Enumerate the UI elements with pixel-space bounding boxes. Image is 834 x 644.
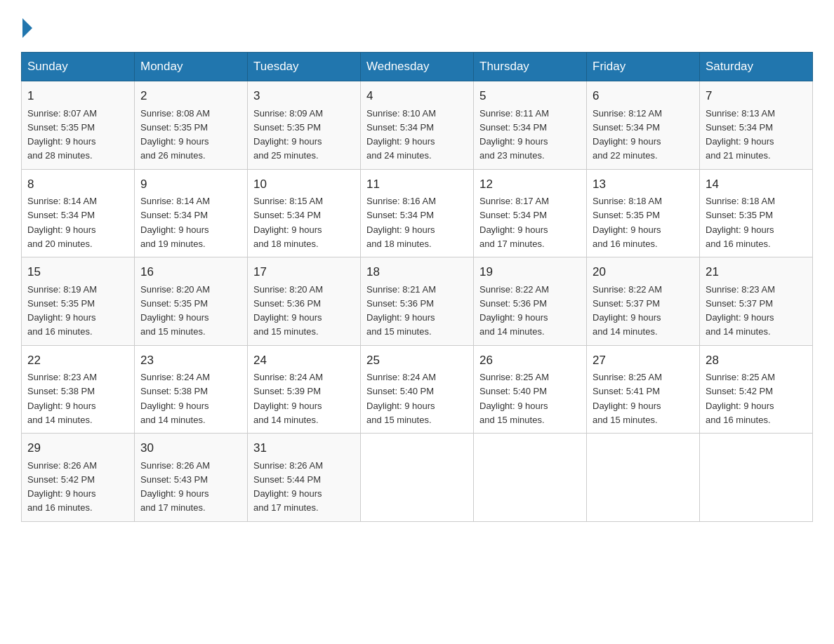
- calendar-cell: 30 Sunrise: 8:26 AMSunset: 5:43 PMDaylig…: [135, 434, 248, 522]
- day-number: 25: [366, 351, 468, 370]
- day-info: Sunrise: 8:26 AMSunset: 5:44 PMDaylight:…: [253, 460, 323, 514]
- calendar-week-1: 1 Sunrise: 8:07 AMSunset: 5:35 PMDayligh…: [22, 81, 813, 170]
- day-info: Sunrise: 8:13 AMSunset: 5:34 PMDaylight:…: [706, 108, 775, 161]
- calendar-cell: 11 Sunrise: 8:16 AMSunset: 5:34 PMDaylig…: [361, 169, 474, 257]
- day-number: 24: [253, 351, 355, 370]
- day-number: 16: [140, 263, 241, 281]
- calendar-cell: 28 Sunrise: 8:25 AMSunset: 5:42 PMDaylig…: [700, 345, 813, 434]
- calendar-cell: 21 Sunrise: 8:23 AMSunset: 5:37 PMDaylig…: [700, 257, 813, 346]
- calendar-cell: 22 Sunrise: 8:23 AMSunset: 5:38 PMDaylig…: [22, 345, 135, 434]
- calendar-week-5: 29 Sunrise: 8:26 AMSunset: 5:42 PMDaylig…: [22, 434, 813, 522]
- day-info: Sunrise: 8:26 AMSunset: 5:42 PMDaylight:…: [27, 460, 97, 514]
- calendar-cell: 8 Sunrise: 8:14 AMSunset: 5:34 PMDayligh…: [22, 169, 135, 257]
- day-info: Sunrise: 8:18 AMSunset: 5:35 PMDaylight:…: [706, 196, 775, 249]
- calendar-cell: 13 Sunrise: 8:18 AMSunset: 5:35 PMDaylig…: [587, 169, 700, 257]
- calendar-week-3: 15 Sunrise: 8:19 AMSunset: 5:35 PMDaylig…: [22, 257, 813, 346]
- calendar-cell: 15 Sunrise: 8:19 AMSunset: 5:35 PMDaylig…: [22, 257, 135, 346]
- day-number: 22: [27, 351, 128, 370]
- day-number: 14: [706, 175, 807, 194]
- day-info: Sunrise: 8:25 AMSunset: 5:41 PMDaylight:…: [593, 372, 662, 425]
- day-info: Sunrise: 8:07 AMSunset: 5:35 PMDaylight:…: [27, 108, 97, 161]
- day-number: 7: [706, 87, 807, 105]
- day-info: Sunrise: 8:22 AMSunset: 5:36 PMDaylight:…: [479, 284, 549, 337]
- calendar-cell: 4 Sunrise: 8:10 AMSunset: 5:34 PMDayligh…: [361, 81, 474, 170]
- logo-arrow-icon: [22, 18, 32, 38]
- day-info: Sunrise: 8:22 AMSunset: 5:37 PMDaylight:…: [593, 284, 662, 337]
- calendar-cell: 18 Sunrise: 8:21 AMSunset: 5:36 PMDaylig…: [361, 257, 474, 346]
- calendar-cell: 3 Sunrise: 8:09 AMSunset: 5:35 PMDayligh…: [248, 81, 361, 170]
- calendar-cell: 12 Sunrise: 8:17 AMSunset: 5:34 PMDaylig…: [474, 169, 587, 257]
- calendar-cell: 5 Sunrise: 8:11 AMSunset: 5:34 PMDayligh…: [474, 81, 587, 170]
- day-number: 5: [479, 87, 581, 105]
- day-number: 30: [140, 439, 241, 457]
- day-info: Sunrise: 8:24 AMSunset: 5:40 PMDaylight:…: [366, 372, 436, 425]
- day-info: Sunrise: 8:18 AMSunset: 5:35 PMDaylight:…: [593, 196, 662, 249]
- calendar-cell: 23 Sunrise: 8:24 AMSunset: 5:38 PMDaylig…: [135, 345, 248, 434]
- day-number: 4: [366, 87, 468, 105]
- day-info: Sunrise: 8:12 AMSunset: 5:34 PMDaylight:…: [593, 108, 662, 161]
- day-number: 2: [140, 87, 241, 105]
- calendar-cell: 29 Sunrise: 8:26 AMSunset: 5:42 PMDaylig…: [22, 434, 135, 522]
- header-wednesday: Wednesday: [361, 53, 474, 81]
- calendar-cell: 19 Sunrise: 8:22 AMSunset: 5:36 PMDaylig…: [474, 257, 587, 346]
- day-number: 31: [253, 439, 355, 457]
- day-info: Sunrise: 8:20 AMSunset: 5:35 PMDaylight:…: [140, 284, 210, 337]
- day-number: 8: [27, 175, 128, 194]
- calendar-cell: 27 Sunrise: 8:25 AMSunset: 5:41 PMDaylig…: [587, 345, 700, 434]
- header-thursday: Thursday: [474, 53, 587, 81]
- calendar-cell: 6 Sunrise: 8:12 AMSunset: 5:34 PMDayligh…: [587, 81, 700, 170]
- header-monday: Monday: [135, 53, 248, 81]
- calendar-week-4: 22 Sunrise: 8:23 AMSunset: 5:38 PMDaylig…: [22, 345, 813, 434]
- page-header: [21, 21, 813, 38]
- calendar-cell: 9 Sunrise: 8:14 AMSunset: 5:34 PMDayligh…: [135, 169, 248, 257]
- day-info: Sunrise: 8:25 AMSunset: 5:40 PMDaylight:…: [479, 372, 549, 425]
- calendar-cell: 2 Sunrise: 8:08 AMSunset: 5:35 PMDayligh…: [135, 81, 248, 170]
- calendar-cell: [700, 434, 813, 522]
- day-info: Sunrise: 8:21 AMSunset: 5:36 PMDaylight:…: [366, 284, 436, 337]
- day-info: Sunrise: 8:15 AMSunset: 5:34 PMDaylight:…: [253, 196, 323, 249]
- day-number: 26: [479, 351, 581, 370]
- calendar-cell: [361, 434, 474, 522]
- header-friday: Friday: [587, 53, 700, 81]
- day-number: 10: [253, 175, 355, 194]
- day-number: 11: [366, 175, 468, 194]
- day-info: Sunrise: 8:14 AMSunset: 5:34 PMDaylight:…: [140, 196, 210, 249]
- day-number: 28: [706, 351, 807, 370]
- header-tuesday: Tuesday: [248, 53, 361, 81]
- day-info: Sunrise: 8:23 AMSunset: 5:37 PMDaylight:…: [706, 284, 775, 337]
- day-info: Sunrise: 8:16 AMSunset: 5:34 PMDaylight:…: [366, 196, 436, 249]
- day-number: 27: [593, 351, 694, 370]
- day-number: 17: [253, 263, 355, 281]
- day-number: 1: [27, 87, 128, 105]
- day-number: 6: [593, 87, 694, 105]
- day-info: Sunrise: 8:10 AMSunset: 5:34 PMDaylight:…: [366, 108, 436, 161]
- day-info: Sunrise: 8:14 AMSunset: 5:34 PMDaylight:…: [27, 196, 97, 249]
- calendar-cell: [587, 434, 700, 522]
- calendar-cell: 17 Sunrise: 8:20 AMSunset: 5:36 PMDaylig…: [248, 257, 361, 346]
- day-info: Sunrise: 8:11 AMSunset: 5:34 PMDaylight:…: [479, 108, 549, 161]
- day-number: 18: [366, 263, 468, 281]
- day-number: 19: [479, 263, 581, 281]
- day-number: 20: [593, 263, 694, 281]
- calendar-cell: 1 Sunrise: 8:07 AMSunset: 5:35 PMDayligh…: [22, 81, 135, 170]
- calendar-cell: 7 Sunrise: 8:13 AMSunset: 5:34 PMDayligh…: [700, 81, 813, 170]
- day-info: Sunrise: 8:20 AMSunset: 5:36 PMDaylight:…: [253, 284, 323, 337]
- header-saturday: Saturday: [700, 53, 813, 81]
- day-number: 23: [140, 351, 241, 370]
- day-number: 15: [27, 263, 128, 281]
- calendar-cell: 14 Sunrise: 8:18 AMSunset: 5:35 PMDaylig…: [700, 169, 813, 257]
- day-info: Sunrise: 8:26 AMSunset: 5:43 PMDaylight:…: [140, 460, 210, 514]
- day-info: Sunrise: 8:17 AMSunset: 5:34 PMDaylight:…: [479, 196, 549, 249]
- calendar-cell: 24 Sunrise: 8:24 AMSunset: 5:39 PMDaylig…: [248, 345, 361, 434]
- day-info: Sunrise: 8:08 AMSunset: 5:35 PMDaylight:…: [140, 108, 210, 161]
- day-number: 3: [253, 87, 355, 105]
- logo: [21, 21, 32, 38]
- day-info: Sunrise: 8:23 AMSunset: 5:38 PMDaylight:…: [27, 372, 97, 425]
- day-number: 29: [27, 439, 128, 457]
- day-info: Sunrise: 8:19 AMSunset: 5:35 PMDaylight:…: [27, 284, 97, 337]
- day-number: 13: [593, 175, 694, 194]
- calendar-cell: 25 Sunrise: 8:24 AMSunset: 5:40 PMDaylig…: [361, 345, 474, 434]
- day-info: Sunrise: 8:24 AMSunset: 5:38 PMDaylight:…: [140, 372, 210, 425]
- header-sunday: Sunday: [22, 53, 135, 81]
- day-info: Sunrise: 8:25 AMSunset: 5:42 PMDaylight:…: [706, 372, 775, 425]
